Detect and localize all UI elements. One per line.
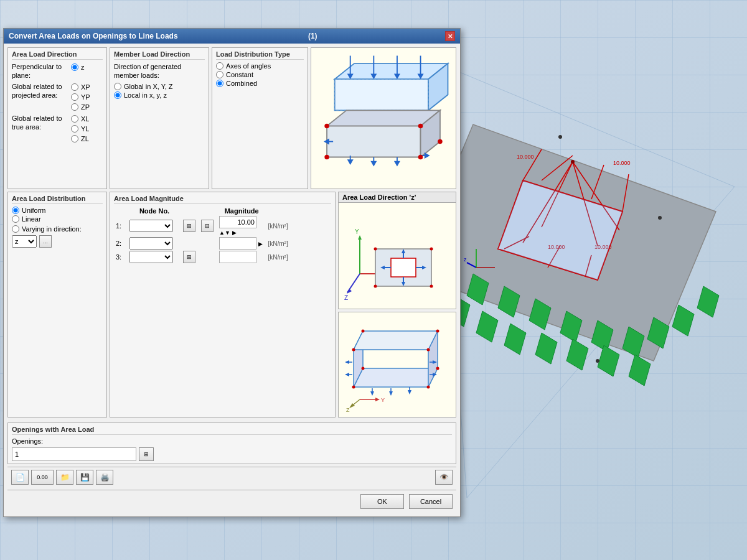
global-true-label: Global related to true area: [12,114,71,132]
varying-axis-btn[interactable]: ... [39,235,52,248]
svg-text:10.000: 10.000 [517,154,534,160]
magnitude-input-3[interactable] [219,251,256,263]
radio-local-xyz[interactable] [114,91,121,99]
radio-combined[interactable] [216,80,223,87]
svg-marker-108 [408,390,411,394]
area-load-distribution-panel: Area Load Distribution Uniform Linear Va… [7,192,107,418]
radio-constant[interactable] [216,71,223,78]
radio-combined-label[interactable]: Combined [216,80,304,87]
toolbar-new-btn[interactable]: 📄 [11,470,29,485]
toolbar-save-btn[interactable]: 💾 [76,470,93,485]
radio-yp-label[interactable]: YP [71,93,90,101]
radio-zp-label[interactable]: ZP [71,103,90,111]
row1-num: 1: [114,215,128,236]
dialog-title: Convert Area Loads on Openings to Line L… [9,32,178,40]
openings-input-row: ⊞ [12,447,452,461]
toolbar-view-btn[interactable]: 👁️ [435,470,453,485]
radio-global-xyz[interactable] [114,83,121,90]
svg-point-98 [430,247,433,250]
svg-text:Z: Z [344,294,348,301]
radio-xl[interactable] [71,115,78,123]
magnitude-input-1[interactable] [219,216,256,228]
radio-xp[interactable] [71,83,78,91]
area-load-magnitude-panel: Area Load Magnitude Node No. Magnitude [110,192,336,418]
node-select-1[interactable] [129,220,173,232]
svg-point-97 [374,247,377,250]
value-icon: 0.00 [37,474,48,480]
node-btn-1a[interactable]: ⊞ [183,220,195,232]
svg-point-128 [352,348,355,351]
radio-varying[interactable] [12,225,19,233]
preview-top-svg [311,48,456,189]
radio-linear-label[interactable]: Linear [12,215,103,223]
radio-yp[interactable] [71,93,78,101]
openings-select-btn[interactable]: ⊞ [139,447,154,461]
svg-marker-70 [425,152,430,159]
cancel-button[interactable]: Cancel [409,494,453,509]
ok-button[interactable]: OK [360,494,404,509]
radio-zl[interactable] [71,135,78,142]
member-load-direction-title: Member Load Direction [114,50,205,60]
load-distribution-type-title: Load Distribution Type [216,50,304,60]
close-button[interactable]: ✕ [445,31,455,41]
radio-zl-label[interactable]: ZL [71,135,89,142]
preview-bottom-container: Area Load Direction 'z' X Y Z [338,192,456,418]
openings-input[interactable] [12,447,136,461]
svg-marker-12 [672,305,694,336]
node-btn-1b[interactable]: ⊟ [201,220,214,232]
radio-axes-angles[interactable] [216,62,223,70]
varying-axis-select[interactable]: z x y [12,235,37,248]
radio-yl-label[interactable]: YL [71,125,89,133]
preview-wireframe: Y Z [338,312,456,418]
radio-linear[interactable] [12,215,19,223]
openings-panel: Openings with Area Load Openings: ⊞ [7,422,456,464]
member-load-description: Direction of generated member loads: [114,62,205,80]
area-load-magnitude-title: Area Load Magnitude [114,195,331,204]
radio-local-xyz-label[interactable]: Local in x, y, z [114,91,205,99]
svg-marker-13 [697,286,719,317]
print-icon: 🖨️ [100,473,110,482]
svg-marker-86 [391,258,416,277]
area-load-distribution-title: Area Load Distribution [12,195,103,204]
unit-3: [kN/m²] [268,254,288,261]
svg-point-43 [558,135,562,139]
radio-z[interactable] [71,63,78,71]
open-icon: 📁 [60,473,70,482]
svg-marker-112 [345,373,349,376]
svg-marker-104 [370,391,374,396]
node-btn-3[interactable]: ⊞ [183,251,195,263]
svg-point-95 [374,284,377,287]
svg-point-71 [324,155,329,160]
svg-text:10.000: 10.000 [613,160,631,166]
magnitude-row-1: 1: ⊞ ⊟ ▲▼ ▶ [kN/m²] [114,215,331,236]
radio-z-label[interactable]: z [71,63,85,71]
svg-marker-15 [598,345,619,376]
radio-yl[interactable] [71,125,78,133]
toolbar-open-btn[interactable]: 📁 [56,470,73,485]
node-select-3[interactable] [129,251,173,263]
magnitude-input-2[interactable] [219,237,256,250]
area-load-direction-title: Area Load Direction [12,50,103,60]
toolbar-print-btn[interactable]: 🖨️ [96,470,113,485]
svg-point-33 [571,160,575,164]
radio-uniform-label[interactable]: Uniform [12,207,103,214]
svg-point-129 [427,348,430,351]
radio-axes-angles-label[interactable]: Axes of angles [216,62,304,70]
svg-marker-102 [354,331,438,350]
svg-marker-99 [354,368,438,387]
radio-global-xyz-label[interactable]: Global in X, Y, Z [114,83,205,90]
axes-angles-text: Axes of angles [226,62,271,70]
svg-point-123 [352,385,355,388]
radio-varying-label[interactable]: Varying in direction: [12,225,82,233]
radio-zp[interactable] [71,103,78,111]
radio-constant-label[interactable]: Constant [216,71,304,78]
radio-xl-label[interactable]: XL [71,115,89,123]
node-select-2[interactable] [129,237,173,250]
toolbar-value-btn[interactable]: 0.00 [31,470,54,485]
view-icon: 👁️ [439,473,449,482]
radio-xp-label[interactable]: XP [71,83,90,91]
svg-text:Y: Y [381,397,385,403]
svg-marker-17 [535,333,557,364]
radio-uniform[interactable] [12,207,19,214]
col-node-no: Node No. [128,207,181,215]
